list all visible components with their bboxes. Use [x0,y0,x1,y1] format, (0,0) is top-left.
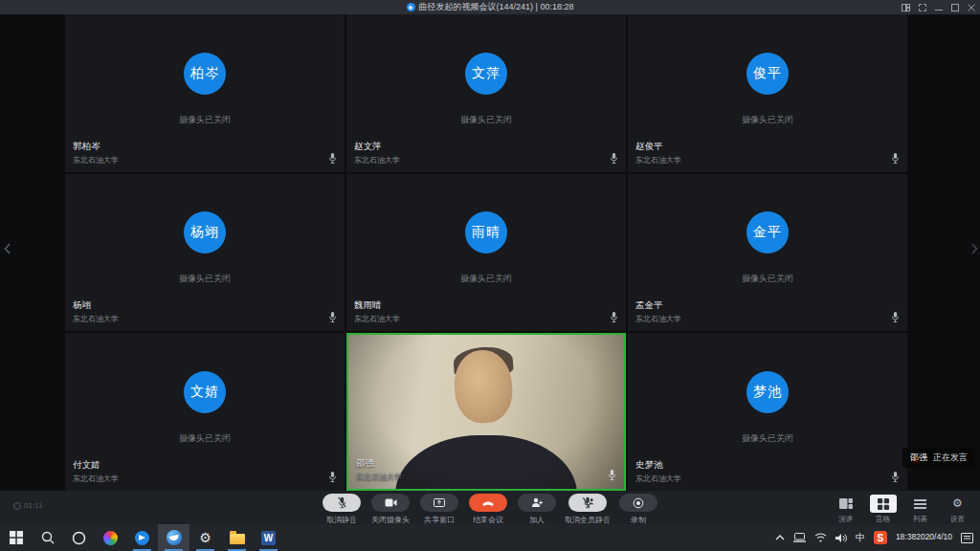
list-view-button[interactable]: 列表 [905,495,935,524]
add-person-button[interactable]: 加人 [516,494,558,525]
participant-name: 郭柏岑 [73,141,119,153]
participant-info: 赵文萍 东北石油大学 [354,141,400,165]
unmute-button[interactable]: 取消静音 [321,494,363,525]
participant-info: 史梦池 东北石油大学 [635,459,681,484]
unmute-all-button[interactable]: 取消全员静音 [565,494,611,525]
camera-off-button[interactable]: 关闭摄像头 [369,494,412,525]
tile-zhaojunping[interactable]: 俊平 摄像头已关闭 赵俊平 东北石油大学 [628,14,907,172]
tile-guobaicen[interactable]: 柏岑 摄像头已关闭 郭柏岑 东北石油大学 [65,14,345,172]
settings-button[interactable]: ⚙ 设置 [943,495,972,524]
participant-info: 杨翊 东北石油大学 [73,299,119,324]
file-explorer-icon[interactable] [221,524,253,551]
avatar: 杨翊 [184,211,226,253]
person-head [452,348,514,425]
speaker-view-button[interactable]: 演讲 [831,495,860,524]
camera-off-label: 摄像头已关闭 [628,114,907,126]
action-center-icon[interactable] [961,533,973,543]
speaker-view-icon [833,495,859,513]
device-icon[interactable] [793,533,806,542]
participant-org: 东北石油大学 [354,155,400,165]
unmute-all-icon [568,494,607,512]
participant-org: 东北石油大学 [635,474,681,484]
maximize-icon[interactable] [951,4,959,11]
settings-gear-icon[interactable]: ⚙ [189,524,221,551]
speaking-tooltip: 邵强 正在发言 [902,448,975,468]
settings-label: 设置 [950,515,965,524]
tile-mengjinping[interactable]: 金平 摄像头已关闭 孟金平 东北石油大学 [628,174,907,332]
speaking-status: 正在发言 [933,452,968,464]
tile-shaoqiang-speaking[interactable]: 邵强 东北石油大学 [346,333,626,491]
start-button[interactable] [0,524,32,551]
avatar: 文萍 [465,53,507,95]
timer-icon [13,502,21,510]
sogou-input-icon[interactable]: S [874,531,887,544]
tile-zhaowenping[interactable]: 文萍 摄像头已关闭 赵文萍 东北石油大学 [346,14,626,172]
mic-muted-icon [323,494,361,512]
grid-view-button[interactable]: 宫格 [868,495,898,524]
list-view-icon [907,495,934,513]
tile-fuwenjing[interactable]: 文婧 摄像头已关闭 付文婧 东北石油大学 [65,333,345,491]
minimize-icon[interactable] [935,4,943,11]
participant-info: 魏雨晴 东北石油大学 [354,299,400,324]
mic-icon [610,152,618,165]
meeting-toolbar: 01:11 取消静音 关闭摄像头 共享窗口 [0,491,980,524]
browser-pinwheel-icon[interactable] [95,524,126,551]
prev-page-arrow[interactable] [2,238,11,259]
mic-icon [608,469,616,481]
participant-org: 东北石油大学 [635,155,681,165]
participant-org: 东北石油大学 [73,155,119,165]
meeting-title: 曲径发起的视频会议(144/241) | 00:18:28 [419,1,574,13]
windows-taskbar: ⚙ W 中 S 18:38 [0,524,980,551]
unmute-all-label: 取消全员静音 [565,515,611,525]
camera-off-label: 摄像头已关闭 [65,273,345,285]
fullscreen-icon[interactable] [919,4,926,11]
layout-icon[interactable] [902,4,910,11]
mic-icon [891,471,900,483]
view-controls: 演讲 宫格 列表 ⚙ 设置 [831,495,972,524]
avatar: 柏岑 [184,53,226,95]
unmute-label: 取消静音 [326,515,357,525]
camera-off-label: 摄像头已关闭 [65,114,345,126]
camera-off-label: 摄像头已关闭 [628,273,907,285]
participant-name: 孟金平 [635,299,681,312]
ime-indicator[interactable]: 中 [856,531,865,544]
record-icon [619,494,657,512]
taskbar-clock[interactable]: 18:38 2020/4/10 [896,532,952,542]
participant-name: 杨翊 [73,299,119,312]
participant-org: 东北石油大学 [356,472,402,482]
mic-icon [891,152,900,165]
word-icon[interactable]: W [253,524,284,551]
wifi-icon[interactable] [814,533,827,542]
camera-off-label: 摄像头已关闭 [65,432,345,445]
share-window-button[interactable]: 共享窗口 [418,494,460,525]
blue-app-icon[interactable] [126,524,158,551]
volume-icon[interactable] [835,533,847,543]
next-page-arrow[interactable] [969,238,979,259]
window-controls [902,0,975,14]
tile-weiyuqing[interactable]: 雨晴 摄像头已关闭 魏雨晴 东北石油大学 [346,174,626,332]
end-meeting-button[interactable]: 结束会议 [467,494,509,525]
cortana-icon[interactable] [63,524,95,551]
meeting-title-wrap: 曲径发起的视频会议(144/241) | 00:18:28 [407,1,574,13]
end-call-icon [469,494,507,512]
record-button[interactable]: 录制 [617,494,659,525]
clock-date: 2020/4/10 [916,532,952,542]
tile-yangyi[interactable]: 杨翊 摄像头已关闭 杨翊 东北石油大学 [65,174,345,332]
tim-meeting-app-icon[interactable] [158,524,189,551]
mic-icon [328,152,337,165]
clock-time: 18:38 [896,532,916,542]
participant-org: 东北石油大学 [354,314,400,324]
grid-view-label: 宫格 [876,515,890,524]
hidden-icons-chevron[interactable] [775,535,785,540]
avatar: 梦池 [746,371,789,413]
person-hair [453,345,514,378]
search-icon[interactable] [32,524,63,551]
participant-grid: 柏岑 摄像头已关闭 郭柏岑 东北石油大学 文萍 摄像头已关闭 赵文萍 东北石油大… [65,14,907,491]
close-icon[interactable] [968,4,975,11]
tile-shimengchi[interactable]: 梦池 摄像头已关闭 史梦池 东北石油大学 [628,333,907,491]
end-meeting-label: 结束会议 [473,515,503,525]
speaker-view-label: 演讲 [838,515,853,524]
mic-icon [328,311,337,323]
corner-indicator-text: 01:11 [24,501,42,510]
participant-name: 魏雨晴 [354,299,400,312]
